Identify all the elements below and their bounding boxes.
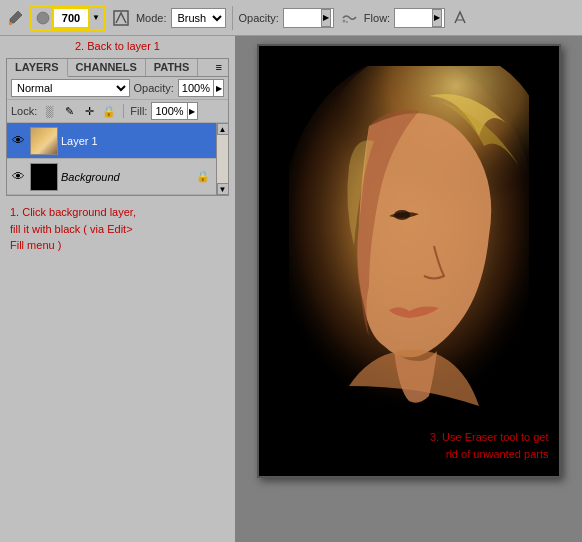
lock-row: Lock: ░ ✎ ✛ 🔒 Fill: 100% ▶ xyxy=(7,100,228,123)
tab-paths[interactable]: PATHS xyxy=(146,59,199,76)
svg-point-3 xyxy=(342,19,345,22)
fill-arrow[interactable]: ▶ xyxy=(187,103,197,119)
scroll-up[interactable]: ▲ xyxy=(217,123,229,135)
panel-tabs: LAYERS CHANNELS PATHS ≡ xyxy=(7,59,228,77)
toolbar: 700 ▼ Mode: Brush Opacity: 100% ▶ Flow: … xyxy=(0,0,582,36)
background-name: Background xyxy=(61,171,196,183)
brush-size-value[interactable]: 700 xyxy=(52,7,90,29)
canvas-area: 3. Use Eraser tool to getrid of unwanted… xyxy=(235,36,582,542)
mode-label: Mode: xyxy=(136,12,167,24)
opacity-row-box: 100% ▶ xyxy=(178,79,224,97)
brush-tool-icon[interactable] xyxy=(4,7,26,29)
fill-label: Fill: xyxy=(130,105,147,117)
lock-paint-icon[interactable]: ✎ xyxy=(61,103,77,119)
lock-sep xyxy=(123,104,124,118)
eye-layer1[interactable]: 👁 xyxy=(9,132,27,150)
layers-container: 👁 Layer 1 👁 Background 🔒 xyxy=(7,123,228,195)
mode-icon xyxy=(110,7,132,29)
flow-input-box: 100% ▶ xyxy=(394,8,445,28)
airbrush-icon[interactable] xyxy=(338,7,360,29)
blend-mode-row: Normal Opacity: 100% ▶ xyxy=(7,77,228,100)
opacity-label: Opacity: xyxy=(239,12,279,24)
left-panel: 2. Back to layer 1 LAYERS CHANNELS PATHS… xyxy=(0,36,235,542)
svg-rect-0 xyxy=(9,22,12,25)
tab-channels[interactable]: CHANNELS xyxy=(68,59,146,76)
lock-label: Lock: xyxy=(11,105,37,117)
flow-input[interactable]: 100% xyxy=(397,12,431,24)
fill-value: 100% xyxy=(152,105,186,117)
opacity-input[interactable]: 100% xyxy=(286,12,320,24)
layer-row-background[interactable]: 👁 Background 🔒 xyxy=(7,159,216,195)
layers-list: 👁 Layer 1 👁 Background 🔒 xyxy=(7,123,216,195)
instruction-bottom-line3: Fill menu ) xyxy=(10,239,61,251)
brush-size-selector[interactable]: 700 ▼ xyxy=(30,5,106,31)
canvas-instruction-text: 3. Use Eraser tool to getrid of unwanted… xyxy=(430,431,549,460)
opacity-row-value: 100% xyxy=(179,82,213,94)
lock-transparent-icon[interactable]: ░ xyxy=(41,103,57,119)
tab-layers[interactable]: LAYERS xyxy=(7,59,68,77)
layer1-thumb xyxy=(30,127,58,155)
blend-mode-dropdown[interactable]: Normal xyxy=(11,79,130,97)
layer-scrollbar[interactable]: ▲ ▼ xyxy=(216,123,228,195)
tablet-pressure-icon[interactable] xyxy=(449,7,471,29)
canvas-content[interactable]: 3. Use Eraser tool to getrid of unwanted… xyxy=(259,46,559,476)
opacity-arrow[interactable]: ▶ xyxy=(321,9,331,27)
opacity-input-box: 100% ▶ xyxy=(283,8,334,28)
flow-arrow[interactable]: ▶ xyxy=(432,9,442,27)
panel-menu-icon[interactable]: ≡ xyxy=(210,59,228,76)
background-thumb xyxy=(30,163,58,191)
lock-all-icon[interactable]: 🔒 xyxy=(101,103,117,119)
canvas-frame: 3. Use Eraser tool to getrid of unwanted… xyxy=(257,44,561,478)
background-lock-icon: 🔒 xyxy=(196,170,210,183)
face-svg xyxy=(289,66,529,456)
sep1 xyxy=(232,6,233,30)
layer-row-layer1[interactable]: 👁 Layer 1 xyxy=(7,123,216,159)
svg-point-4 xyxy=(346,21,348,23)
brush-size-arrow[interactable]: ▼ xyxy=(92,13,100,22)
svg-point-1 xyxy=(37,12,49,24)
layer1-name: Layer 1 xyxy=(61,135,214,147)
eye-background[interactable]: 👁 xyxy=(9,168,27,186)
instruction-bottom-line2: fill it with black ( via Edit> xyxy=(10,223,133,235)
flow-label: Flow: xyxy=(364,12,390,24)
main-area: 2. Back to layer 1 LAYERS CHANNELS PATHS… xyxy=(0,36,582,542)
instruction-bottom: 1. Click background layer, fill it with … xyxy=(0,204,235,254)
instruction-top: 2. Back to layer 1 xyxy=(0,40,235,52)
instruction-bottom-line1: 1. Click background layer, xyxy=(10,206,136,218)
opacity-row-arrow[interactable]: ▶ xyxy=(213,80,223,96)
layers-panel: LAYERS CHANNELS PATHS ≡ Normal Opacity: … xyxy=(6,58,229,196)
instruction-canvas: 3. Use Eraser tool to getrid of unwanted… xyxy=(430,429,549,462)
scroll-down[interactable]: ▼ xyxy=(217,183,229,195)
lock-move-icon[interactable]: ✛ xyxy=(81,103,97,119)
svg-point-8 xyxy=(394,210,410,220)
mode-dropdown[interactable]: Brush xyxy=(171,8,226,28)
opacity-row-label: Opacity: xyxy=(134,82,174,94)
fill-box: 100% ▶ xyxy=(151,102,197,120)
